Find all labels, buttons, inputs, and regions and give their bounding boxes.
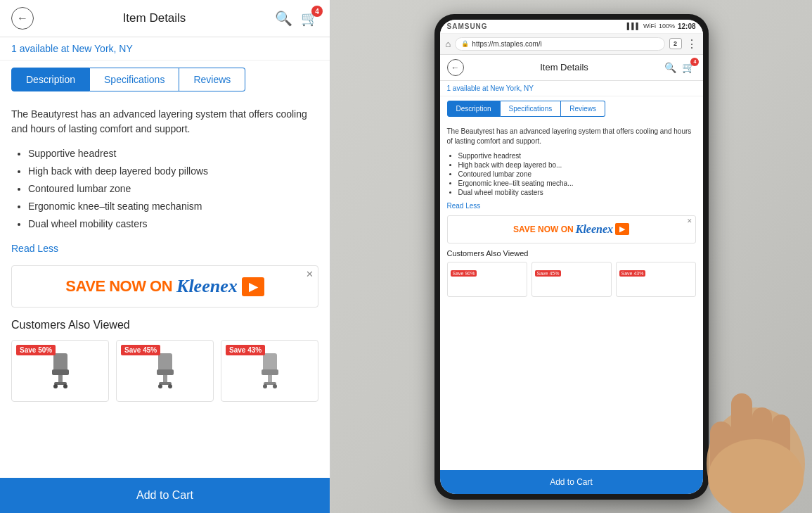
phone-brand: SAMSUNG [447, 23, 488, 30]
customers-also-viewed-title: Customers Also Viewed [11, 319, 318, 331]
phone-product-cards: Save 90% Save 45% Save 43% [447, 262, 696, 297]
product-cards-row: Save 50% Save 45% [11, 340, 318, 402]
list-item: Dual wheel mobility casters [458, 189, 696, 196]
list-item: Ergonomic knee–tilt seating mechanism [28, 199, 318, 214]
phone-save-badge-3: Save 43% [619, 270, 646, 277]
phone-ad-banner[interactable]: ✕ SAVE NOW ON Kleenex ▶ [447, 215, 696, 243]
cart-badge: 4 [311, 6, 323, 17]
phone-ad-save-text: SAVE NOW ON [513, 224, 574, 234]
phone-product-card-3[interactable]: Save 43% [616, 262, 696, 297]
tab-reviews[interactable]: Reviews [179, 68, 245, 91]
browser-menu-icon[interactable]: ⋮ [686, 37, 697, 51]
tab-specifications[interactable]: Specifications [90, 68, 179, 91]
phone-page-title: Item Details [540, 62, 588, 72]
browser-tab-count[interactable]: 2 [669, 38, 682, 49]
description-text: The Beautyrest has an advanced layering … [11, 107, 318, 137]
svg-rect-0 [53, 353, 67, 371]
cart-button[interactable]: 🛒 4 [301, 10, 318, 27]
app-header: ← Item Details 🔍 🛒 4 [0, 0, 330, 37]
left-panel: ← Item Details 🔍 🛒 4 1 available at New … [0, 0, 330, 513]
phone-time: 12:08 [678, 23, 696, 30]
content-area: The Beautyrest has an advanced layering … [0, 99, 330, 478]
svg-point-4 [53, 384, 58, 388]
svg-point-10 [158, 384, 162, 388]
list-item: Dual wheel mobility casters [28, 217, 318, 232]
ad-banner[interactable]: ✕ SAVE NOW ON Kleenex ▶ [11, 265, 318, 308]
svg-rect-1 [52, 369, 69, 375]
phone-cart-button[interactable]: 🛒 4 [682, 61, 695, 74]
list-item: Contoured lumbar zone [28, 182, 318, 196]
svg-rect-6 [158, 353, 172, 371]
lock-icon: 🔒 [461, 40, 469, 47]
tabs-row: Description Specifications Reviews [0, 61, 330, 99]
ad-close-icon[interactable]: ✕ [306, 269, 314, 279]
ad-arrow-icon[interactable]: ▶ [242, 277, 264, 296]
phone-tab-reviews[interactable]: Reviews [561, 101, 605, 117]
product-card-2[interactable]: Save 45% [116, 340, 214, 402]
phone-product-card-1[interactable]: Save 90% [447, 262, 527, 297]
phone-customers-title: Customers Also Viewed [447, 249, 696, 258]
phone-status-icons: ▌▌▌ WiFi 100% 12:08 [627, 23, 696, 30]
phone-add-to-cart-button[interactable]: Add to Cart [440, 470, 703, 494]
signal-icon: ▌▌▌ [627, 23, 640, 30]
list-item: Supportive headrest [28, 146, 318, 161]
phone-tab-specifications[interactable]: Specifications [501, 101, 562, 117]
ad-save-text: SAVE NOW ON [65, 277, 172, 296]
list-item: Contoured lumbar zone [458, 170, 696, 178]
svg-point-5 [63, 384, 67, 388]
page-title: Item Details [123, 11, 186, 25]
svg-point-11 [168, 384, 172, 388]
battery-icon: 100% [659, 23, 675, 30]
phone-header-icons: 🔍 🛒 4 [664, 61, 695, 74]
list-item: High back with deep layered body pillows [28, 164, 318, 179]
add-to-cart-button[interactable]: Add to Cart [0, 478, 330, 513]
list-item: Supportive headrest [458, 152, 696, 160]
phone-ad-brand: Kleenex [576, 223, 613, 236]
home-icon[interactable]: ⌂ [446, 39, 451, 49]
svg-rect-13 [262, 369, 278, 375]
phone-tabs: Description Specifications Reviews [440, 96, 703, 121]
list-item: High back with deep layered bo... [458, 161, 696, 169]
svg-point-17 [273, 384, 277, 388]
phone-search-icon[interactable]: 🔍 [664, 62, 676, 73]
phone-product-card-2[interactable]: Save 45% [531, 262, 612, 297]
read-less-link[interactable]: Read Less [11, 243, 318, 254]
url-bar[interactable]: 🔒 https://m.staples.com/i [455, 37, 664, 51]
phone-device: SAMSUNG ▌▌▌ WiFi 100% 12:08 ⌂ 🔒 https://… [434, 14, 709, 500]
save-badge-1: Save 50% [16, 345, 56, 355]
phone-back-button[interactable]: ← [447, 59, 464, 76]
svg-rect-7 [157, 369, 174, 375]
product-card-3[interactable]: Save 43% [221, 340, 318, 402]
phone-ad-close-icon[interactable]: ✕ [687, 217, 692, 224]
tab-description[interactable]: Description [11, 68, 90, 91]
phone-screen: SAMSUNG ▌▌▌ WiFi 100% 12:08 ⌂ 🔒 https://… [440, 20, 703, 494]
phone-ad-arrow[interactable]: ▶ [615, 223, 629, 235]
list-item: Ergonomic knee–tilt seating mecha... [458, 179, 696, 187]
phone-availability: 1 available at New York, NY [440, 81, 703, 96]
url-text: https://m.staples.com/i [472, 40, 541, 48]
svg-point-16 [263, 384, 267, 388]
features-list: Supportive headrest High back with deep … [11, 146, 318, 232]
phone-features-list: Supportive headrest High back with deep … [447, 152, 696, 196]
save-badge-2: Save 45% [121, 345, 160, 355]
header-icons: 🔍 🛒 4 [275, 10, 318, 27]
product-card-1[interactable]: Save 50% [11, 340, 109, 402]
phone-description-text: The Beautyrest has an advanced layering … [447, 127, 696, 146]
back-button[interactable]: ← [11, 7, 34, 30]
save-badge-3: Save 43% [226, 345, 265, 355]
search-icon[interactable]: 🔍 [275, 10, 292, 27]
ad-brand-text: Kleenex [176, 276, 238, 297]
svg-rect-12 [263, 353, 277, 371]
phone-save-badge-2: Save 45% [535, 270, 562, 277]
phone-content: The Beautyrest has an advanced layering … [440, 121, 703, 470]
customers-section: Customers Also Viewed Save 50% [11, 319, 318, 402]
phone-read-less-link[interactable]: Read Less [447, 202, 696, 210]
availability-text: 1 available at New York, NY [0, 37, 330, 61]
right-panel: SAMSUNG ▌▌▌ WiFi 100% 12:08 ⌂ 🔒 https://… [330, 0, 812, 513]
phone-status-bar: SAMSUNG ▌▌▌ WiFi 100% 12:08 [440, 20, 703, 34]
phone-app-header: ← Item Details 🔍 🛒 4 [440, 55, 703, 81]
browser-bar: ⌂ 🔒 https://m.staples.com/i 2 ⋮ [440, 34, 703, 55]
phone-cart-badge: 4 [690, 58, 699, 66]
phone-tab-description[interactable]: Description [447, 101, 501, 117]
wifi-icon: WiFi [643, 23, 656, 30]
